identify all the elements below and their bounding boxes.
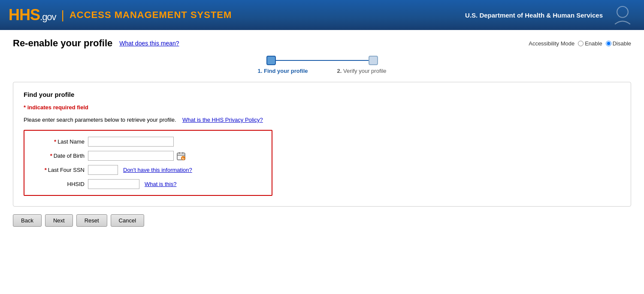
site-header: HHS.gov | ACCESS MANAGEMENT SYSTEM U.S. … (0, 0, 644, 30)
calendar-icon[interactable]: ↻ (176, 151, 186, 161)
header-logo-group: HHS.gov | ACCESS MANAGEMENT SYSTEM (9, 6, 232, 24)
hhsid-label: HHSID (32, 181, 88, 187)
calendar-svg: ↻ (176, 151, 186, 161)
button-row: Back Next Reset Cancel (13, 214, 631, 227)
form-card: Find your profile * indicates required f… (13, 82, 631, 207)
dob-label-text: Date of Birth (54, 153, 85, 159)
dob-req-star: * (50, 153, 52, 159)
dept-name: U.S. Department of Health & Human Servic… (465, 12, 603, 19)
accessibility-row: Accessibility Mode Enable Disable (529, 40, 631, 47)
step2-num: 2. (337, 68, 342, 74)
dob-row: *Date of Birth ↻ (32, 151, 264, 161)
step1-circle (266, 56, 276, 65)
what-does-this-mean-link[interactable]: What does this mean? (119, 40, 179, 47)
step2-text: Verify your profile (343, 68, 386, 74)
step1-text: Find your profile (264, 68, 308, 74)
step1-num: 1. (258, 68, 263, 74)
accessibility-disable-radio[interactable] (606, 41, 611, 46)
steps-line (276, 60, 369, 61)
hhs-logo: HHS.gov (9, 6, 56, 24)
steps-labels: 1. Find your profile 2. Verify your prof… (258, 68, 387, 74)
hhsid-label-text: HHSID (67, 181, 85, 187)
form-card-title: Find your profile (24, 91, 620, 98)
required-note: * indicates required field (24, 104, 620, 111)
ssn-req-star: * (45, 167, 47, 173)
ssn-row: *Last Four SSN Don't have this informati… (32, 165, 264, 175)
accessibility-disable-label[interactable]: Disable (606, 40, 631, 47)
header-divider: | (61, 8, 64, 22)
accessibility-enable-label[interactable]: Enable (578, 40, 602, 47)
dob-label: *Date of Birth (32, 153, 88, 159)
steps-container: 1. Find your profile 2. Verify your prof… (13, 56, 631, 74)
intro-text: Please enter search parameters below to … (24, 117, 176, 123)
hhsid-input[interactable] (88, 179, 139, 189)
header-right: U.S. Department of Health & Human Servic… (465, 4, 635, 26)
page-title: Re-enable your profile (13, 38, 112, 49)
main-content: Re-enable your profile What does this me… (0, 30, 644, 235)
next-button[interactable]: Next (45, 214, 73, 227)
accessibility-enable-text: Enable (585, 40, 602, 47)
accessibility-enable-radio[interactable] (578, 41, 584, 46)
hhs-text: HHS (9, 6, 40, 24)
reset-button[interactable]: Reset (76, 214, 107, 227)
dob-input[interactable] (88, 151, 174, 161)
page-title-left: Re-enable your profile What does this me… (13, 38, 179, 49)
system-title: ACCESS MANAGEMENT SYSTEM (70, 9, 232, 21)
step2-label: 2. Verify your profile (337, 68, 387, 74)
last-name-label-text: Last Name (57, 138, 85, 145)
ssn-input[interactable] (88, 165, 118, 175)
cancel-button[interactable]: Cancel (111, 214, 144, 227)
gov-text: .gov (40, 12, 56, 22)
accessibility-disable-text: Disable (613, 40, 631, 47)
ssn-label-text: Last Four SSN (48, 167, 85, 173)
step2-circle (369, 56, 378, 65)
dont-have-info-link[interactable]: Don't have this information? (123, 167, 192, 173)
header-decoration-icon (610, 4, 635, 26)
hhsid-row: HHSID What is this? (32, 179, 264, 189)
last-name-label: *Last Name (32, 138, 88, 145)
svg-point-0 (617, 6, 628, 18)
step1-label: 1. Find your profile (258, 68, 308, 74)
svg-text:↻: ↻ (182, 157, 184, 160)
fields-group: *Last Name *Date of Birth (24, 130, 272, 196)
ssn-label: *Last Four SSN (32, 167, 88, 173)
back-button[interactable]: Back (13, 214, 42, 227)
privacy-policy-link[interactable]: What is the HHS Privacy Policy? (182, 117, 263, 123)
page-title-row: Re-enable your profile What does this me… (13, 38, 631, 49)
last-name-row: *Last Name (32, 137, 264, 147)
what-is-this-link[interactable]: What is this? (145, 181, 176, 187)
last-name-req-star: * (54, 138, 56, 145)
last-name-input[interactable] (88, 137, 174, 147)
steps-track (266, 56, 378, 65)
accessibility-label: Accessibility Mode (529, 40, 574, 47)
form-intro: Please enter search parameters below to … (24, 117, 620, 123)
